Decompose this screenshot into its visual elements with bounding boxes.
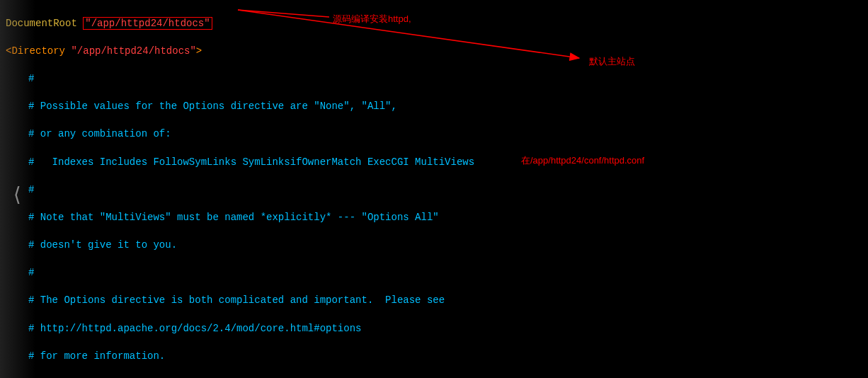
documentroot-key: DocumentRoot bbox=[6, 18, 77, 29]
annotation-source-compile: 源码编译安装httpd, bbox=[333, 13, 411, 25]
annotation-default-site: 默认主站点 bbox=[589, 55, 635, 68]
comment-line: # or any combination of: bbox=[6, 127, 862, 142]
annotation-conf-path: 在/app/httpd24/conf/httpd.conf bbox=[521, 154, 644, 167]
comment-line: # Note that "MultiViews" must be named *… bbox=[6, 211, 862, 225]
documentroot-value: "/app/httpd24/htdocs" bbox=[85, 18, 210, 29]
fold-chevron-icon: ⟨ bbox=[11, 181, 23, 208]
comment-line: # bbox=[6, 72, 862, 86]
config-editor: DocumentRoot "/app/httpd24/htdocs" <Dire… bbox=[0, 0, 868, 378]
comment-line: # http://httpd.apache.org/docs/2.4/mod/c… bbox=[6, 322, 862, 336]
comment-line: # bbox=[6, 266, 862, 280]
directory-path: "/app/httpd24/htdocs" bbox=[71, 45, 195, 57]
line-directory-open: <Directory "/app/httpd24/htdocs"> bbox=[6, 45, 862, 59]
comment-line: # for more information. bbox=[6, 350, 862, 364]
line-documentroot: DocumentRoot "/app/httpd24/htdocs" bbox=[6, 17, 862, 31]
comment-line: # doesn't give it to you. bbox=[6, 239, 862, 253]
comment-line: # The Options directive is both complica… bbox=[6, 294, 862, 308]
directory-open-tag: <Directory bbox=[6, 45, 65, 57]
directory-close-bracket: > bbox=[196, 45, 202, 57]
comment-line: # Possible values for the Options direct… bbox=[6, 100, 862, 114]
comment-line: # Indexes Includes FollowSymLinks SymLin… bbox=[6, 156, 862, 170]
highlight-docroot-path: "/app/httpd24/htdocs" bbox=[83, 17, 212, 30]
comment-line: # bbox=[6, 183, 862, 197]
